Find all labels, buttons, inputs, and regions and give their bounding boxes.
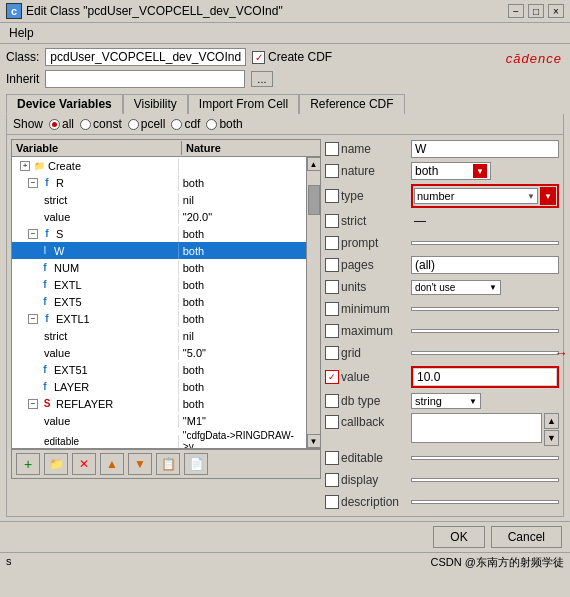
show-option-const[interactable]: const: [80, 117, 122, 131]
dbtype-label: db type: [341, 394, 411, 408]
pages-checkbox[interactable]: [325, 258, 339, 272]
prop-editable-row: editable: [325, 448, 559, 468]
expand-reflayer[interactable]: −: [28, 399, 38, 409]
units-select[interactable]: don't use ▼: [411, 280, 501, 295]
prop-grid-row: grid →: [325, 343, 559, 363]
type-dropdown-button[interactable]: ▼: [540, 187, 556, 205]
tree-row[interactable]: + 📁 Create: [12, 157, 306, 174]
tree-row[interactable]: f EXT51 both: [12, 361, 306, 378]
show-option-all[interactable]: all: [49, 117, 74, 131]
class-input[interactable]: pcdUser_VCOPCELL_dev_VCOInd: [45, 48, 246, 66]
dbtype-checkbox[interactable]: [325, 394, 339, 408]
tree-row[interactable]: value "5.0": [12, 344, 306, 361]
folder-button[interactable]: 📁: [44, 453, 68, 475]
folder-icon: 📁: [32, 159, 46, 173]
expand-create[interactable]: +: [20, 161, 30, 171]
show-option-cdf[interactable]: cdf: [171, 117, 200, 131]
inherit-browse-button[interactable]: ...: [251, 71, 272, 87]
show-radio-all[interactable]: [49, 119, 60, 130]
tree-row[interactable]: f LAYER both: [12, 378, 306, 395]
name-checkbox[interactable]: [325, 142, 339, 156]
minimize-button[interactable]: −: [508, 4, 524, 18]
description-checkbox[interactable]: [325, 495, 339, 509]
ok-button[interactable]: OK: [433, 526, 484, 548]
editable-value[interactable]: [411, 456, 559, 460]
callback-scroll-down[interactable]: ▼: [544, 430, 559, 446]
maximum-checkbox[interactable]: [325, 324, 339, 338]
maximize-button[interactable]: □: [528, 4, 544, 18]
callback-scroll-up[interactable]: ▲: [544, 413, 559, 429]
close-button[interactable]: ×: [548, 4, 564, 18]
prop-pages-row: pages (all): [325, 255, 559, 275]
paste-button[interactable]: 📄: [184, 453, 208, 475]
tree-row[interactable]: f EXT5 both: [12, 293, 306, 310]
display-value[interactable]: [411, 478, 559, 482]
prop-nature-row: nature both ▼: [325, 161, 559, 181]
show-radio-both[interactable]: [206, 119, 217, 130]
show-option-pcell[interactable]: pcell: [128, 117, 166, 131]
expand-r[interactable]: −: [28, 178, 38, 188]
nature-select[interactable]: both ▼: [411, 162, 491, 180]
help-menu[interactable]: Help: [6, 25, 37, 41]
cancel-button[interactable]: Cancel: [491, 526, 562, 548]
inherit-input[interactable]: [45, 70, 245, 88]
expand-s[interactable]: −: [28, 229, 38, 239]
tab-reference-cdf[interactable]: Reference CDF: [299, 94, 404, 114]
value-checkbox[interactable]: ✓: [325, 370, 339, 384]
editable-checkbox[interactable]: [325, 451, 339, 465]
move-up-button[interactable]: ▲: [100, 453, 124, 475]
tree-row[interactable]: strict nil: [12, 327, 306, 344]
type-f-icon: f: [40, 176, 54, 190]
show-radio-const[interactable]: [80, 119, 91, 130]
tree-row[interactable]: strict nil: [12, 191, 306, 208]
create-cdf-checkbox[interactable]: ✓: [252, 51, 265, 64]
value-input[interactable]: 10.0: [414, 369, 556, 385]
tab-device-variables[interactable]: Device Variables: [6, 94, 123, 114]
prompt-value[interactable]: [411, 241, 559, 245]
show-radio-cdf[interactable]: [171, 119, 182, 130]
delete-button[interactable]: ✕: [72, 453, 96, 475]
show-option-both[interactable]: both: [206, 117, 242, 131]
prompt-checkbox[interactable]: [325, 236, 339, 250]
grid-checkbox[interactable]: [325, 346, 339, 360]
callback-input[interactable]: [411, 413, 542, 443]
show-radio-pcell[interactable]: [128, 119, 139, 130]
nature-dropdown-arrow[interactable]: ▼: [473, 164, 487, 178]
tree-row[interactable]: editable "cdfgData->RINGDRAW->v...: [12, 429, 306, 448]
add-button[interactable]: +: [16, 453, 40, 475]
type-select[interactable]: number ▼: [414, 188, 538, 204]
dbtype-select[interactable]: string ▼: [411, 393, 481, 409]
tree-row[interactable]: − f EXTL1 both: [12, 310, 306, 327]
grid-value[interactable]: →: [411, 351, 559, 355]
pages-value[interactable]: (all): [411, 256, 559, 274]
expand-extl1[interactable]: −: [28, 314, 38, 324]
tree-row[interactable]: − f S both: [12, 225, 306, 242]
tree-scrollbar[interactable]: ▲ ▼: [306, 157, 320, 448]
tab-import-from-cell[interactable]: Import From Cell: [188, 94, 299, 114]
name-value[interactable]: W: [411, 140, 559, 158]
tree-row[interactable]: value "20.0": [12, 208, 306, 225]
callback-label: callback: [341, 415, 411, 429]
description-value[interactable]: [411, 500, 559, 504]
units-checkbox[interactable]: [325, 280, 339, 294]
tree-row[interactable]: − S REFLAYER both: [12, 395, 306, 412]
scroll-down-button[interactable]: ▼: [307, 434, 321, 448]
tree-row[interactable]: − f R both: [12, 174, 306, 191]
tree-row[interactable]: f NUM both: [12, 259, 306, 276]
maximum-value[interactable]: [411, 329, 559, 333]
tree-row[interactable]: value "M1": [12, 412, 306, 429]
strict-checkbox[interactable]: [325, 214, 339, 228]
minimum-checkbox[interactable]: [325, 302, 339, 316]
type-checkbox[interactable]: [325, 189, 339, 203]
scroll-up-button[interactable]: ▲: [307, 157, 321, 171]
nature-checkbox[interactable]: [325, 164, 339, 178]
tree-row[interactable]: f EXTL both: [12, 276, 306, 293]
tab-visibility[interactable]: Visibility: [123, 94, 188, 114]
scroll-thumb[interactable]: [308, 185, 320, 215]
callback-checkbox[interactable]: [325, 415, 339, 429]
move-down-button[interactable]: ▼: [128, 453, 152, 475]
minimum-value[interactable]: [411, 307, 559, 311]
tree-row-w[interactable]: I W both: [12, 242, 306, 259]
copy-button[interactable]: 📋: [156, 453, 180, 475]
display-checkbox[interactable]: [325, 473, 339, 487]
